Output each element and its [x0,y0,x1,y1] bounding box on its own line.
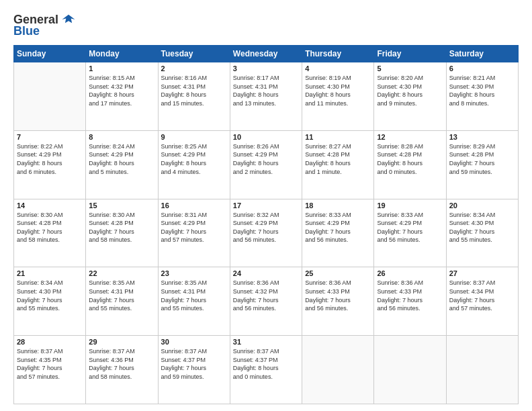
day-content: Sunrise: 8:20 AM Sunset: 4:30 PM Dayligh… [377,74,443,107]
calendar-cell: 19Sunrise: 8:33 AM Sunset: 4:29 PM Dayli… [374,199,446,267]
day-header-saturday: Saturday [446,46,518,62]
day-header-friday: Friday [374,46,446,62]
calendar-cell [446,336,518,404]
day-content: Sunrise: 8:30 AM Sunset: 4:28 PM Dayligh… [89,211,154,244]
page: General Blue SundayMondayTuesdayWednesda… [0,0,532,411]
day-number: 16 [161,201,227,210]
day-number: 3 [233,64,299,73]
calendar-table: SundayMondayTuesdayWednesdayThursdayFrid… [13,45,519,404]
day-number: 18 [305,201,371,210]
day-number: 10 [233,133,299,141]
day-content: Sunrise: 8:35 AM Sunset: 4:31 PM Dayligh… [161,279,227,312]
calendar-cell [302,336,374,404]
day-content: Sunrise: 8:28 AM Sunset: 4:28 PM Dayligh… [377,142,443,176]
calendar-cell: 5Sunrise: 8:20 AM Sunset: 4:30 PM Daylig… [374,62,446,131]
calendar-cell: 29Sunrise: 8:37 AM Sunset: 4:36 PM Dayli… [86,336,158,404]
day-content: Sunrise: 8:33 AM Sunset: 4:29 PM Dayligh… [305,211,371,244]
day-content: Sunrise: 8:34 AM Sunset: 4:30 PM Dayligh… [17,279,83,312]
day-number: 14 [17,201,83,210]
calendar-cell: 7Sunrise: 8:22 AM Sunset: 4:29 PM Daylig… [14,130,86,199]
day-number: 23 [161,269,227,277]
day-number: 29 [89,338,154,346]
day-number: 9 [161,133,227,141]
day-header-sunday: Sunday [14,46,86,62]
day-content: Sunrise: 8:33 AM Sunset: 4:29 PM Dayligh… [377,211,443,244]
day-number: 1 [89,64,154,73]
day-content: Sunrise: 8:37 AM Sunset: 4:35 PM Dayligh… [17,347,83,381]
day-content: Sunrise: 8:37 AM Sunset: 4:34 PM Dayligh… [449,279,515,312]
calendar-week-row: 28Sunrise: 8:37 AM Sunset: 4:35 PM Dayli… [14,336,519,404]
calendar-week-row: 7Sunrise: 8:22 AM Sunset: 4:29 PM Daylig… [14,130,519,199]
day-header-wednesday: Wednesday [230,46,302,62]
calendar-cell: 6Sunrise: 8:21 AM Sunset: 4:30 PM Daylig… [446,62,518,131]
logo: General Blue [13,12,76,38]
day-content: Sunrise: 8:31 AM Sunset: 4:29 PM Dayligh… [161,211,227,244]
calendar-header-row: SundayMondayTuesdayWednesdayThursdayFrid… [14,46,519,62]
calendar-cell: 1Sunrise: 8:15 AM Sunset: 4:32 PM Daylig… [86,62,158,131]
day-number: 25 [305,269,371,277]
calendar-week-row: 1Sunrise: 8:15 AM Sunset: 4:32 PM Daylig… [14,62,519,131]
day-number: 22 [89,269,154,277]
day-content: Sunrise: 8:19 AM Sunset: 4:30 PM Dayligh… [305,74,371,107]
calendar-cell [14,62,86,131]
day-content: Sunrise: 8:29 AM Sunset: 4:28 PM Dayligh… [449,142,515,176]
day-header-monday: Monday [86,46,158,62]
day-content: Sunrise: 8:16 AM Sunset: 4:31 PM Dayligh… [161,74,227,107]
day-content: Sunrise: 8:37 AM Sunset: 4:36 PM Dayligh… [89,347,154,381]
day-content: Sunrise: 8:36 AM Sunset: 4:33 PM Dayligh… [377,279,443,312]
calendar-cell: 24Sunrise: 8:36 AM Sunset: 4:32 PM Dayli… [230,267,302,336]
day-number: 21 [17,269,83,277]
calendar-cell: 9Sunrise: 8:25 AM Sunset: 4:29 PM Daylig… [158,130,230,199]
calendar-cell: 21Sunrise: 8:34 AM Sunset: 4:30 PM Dayli… [14,267,86,336]
logo-bird-icon [61,12,76,27]
day-number: 20 [449,201,515,210]
logo-blue: Blue [13,24,40,38]
day-content: Sunrise: 8:37 AM Sunset: 4:37 PM Dayligh… [233,347,299,381]
calendar-cell: 22Sunrise: 8:35 AM Sunset: 4:31 PM Dayli… [86,267,158,336]
day-number: 28 [17,338,83,346]
calendar-cell: 16Sunrise: 8:31 AM Sunset: 4:29 PM Dayli… [158,199,230,267]
day-content: Sunrise: 8:36 AM Sunset: 4:32 PM Dayligh… [233,279,299,312]
calendar-cell: 27Sunrise: 8:37 AM Sunset: 4:34 PM Dayli… [446,267,518,336]
calendar-week-row: 21Sunrise: 8:34 AM Sunset: 4:30 PM Dayli… [14,267,519,336]
day-content: Sunrise: 8:37 AM Sunset: 4:37 PM Dayligh… [161,347,227,381]
day-number: 11 [305,133,371,141]
calendar-cell: 28Sunrise: 8:37 AM Sunset: 4:35 PM Dayli… [14,336,86,404]
calendar-cell: 23Sunrise: 8:35 AM Sunset: 4:31 PM Dayli… [158,267,230,336]
calendar-cell: 31Sunrise: 8:37 AM Sunset: 4:37 PM Dayli… [230,336,302,404]
day-content: Sunrise: 8:30 AM Sunset: 4:28 PM Dayligh… [17,211,83,244]
day-header-thursday: Thursday [302,46,374,62]
day-number: 4 [305,64,371,73]
day-number: 30 [161,338,227,346]
day-header-tuesday: Tuesday [158,46,230,62]
day-number: 12 [377,133,443,141]
day-number: 8 [89,133,154,141]
day-content: Sunrise: 8:15 AM Sunset: 4:32 PM Dayligh… [89,74,154,107]
day-number: 31 [233,338,299,346]
day-content: Sunrise: 8:24 AM Sunset: 4:29 PM Dayligh… [89,142,154,176]
day-number: 5 [377,64,443,73]
calendar-cell: 14Sunrise: 8:30 AM Sunset: 4:28 PM Dayli… [14,199,86,267]
day-content: Sunrise: 8:34 AM Sunset: 4:30 PM Dayligh… [449,211,515,244]
day-number: 13 [449,133,515,141]
day-number: 27 [449,269,515,277]
calendar-cell: 3Sunrise: 8:17 AM Sunset: 4:31 PM Daylig… [230,62,302,131]
day-content: Sunrise: 8:25 AM Sunset: 4:29 PM Dayligh… [161,142,227,176]
calendar-week-row: 14Sunrise: 8:30 AM Sunset: 4:28 PM Dayli… [14,199,519,267]
calendar-cell: 13Sunrise: 8:29 AM Sunset: 4:28 PM Dayli… [446,130,518,199]
day-content: Sunrise: 8:27 AM Sunset: 4:28 PM Dayligh… [305,142,371,176]
calendar-cell: 11Sunrise: 8:27 AM Sunset: 4:28 PM Dayli… [302,130,374,199]
day-number: 7 [17,133,83,141]
calendar-cell: 2Sunrise: 8:16 AM Sunset: 4:31 PM Daylig… [158,62,230,131]
day-number: 26 [377,269,443,277]
calendar-cell: 30Sunrise: 8:37 AM Sunset: 4:37 PM Dayli… [158,336,230,404]
day-number: 2 [161,64,227,73]
calendar-cell: 10Sunrise: 8:26 AM Sunset: 4:29 PM Dayli… [230,130,302,199]
day-content: Sunrise: 8:22 AM Sunset: 4:29 PM Dayligh… [17,142,83,176]
day-number: 15 [89,201,154,210]
day-content: Sunrise: 8:32 AM Sunset: 4:29 PM Dayligh… [233,211,299,244]
day-content: Sunrise: 8:36 AM Sunset: 4:33 PM Dayligh… [305,279,371,312]
calendar-cell: 8Sunrise: 8:24 AM Sunset: 4:29 PM Daylig… [86,130,158,199]
header: General Blue [13,12,519,38]
day-number: 24 [233,269,299,277]
